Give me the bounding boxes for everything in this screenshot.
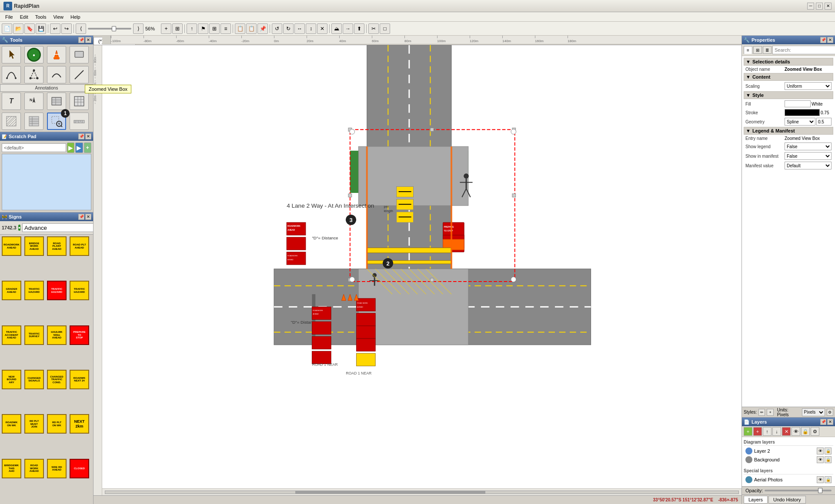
- layer2-lock-btn[interactable]: 🔒: [825, 448, 832, 454]
- aerial-eye-btn[interactable]: 👁: [817, 476, 824, 483]
- legend-manifest-header[interactable]: ▼ Legend & Manifest: [744, 127, 833, 135]
- styles-edit-btn[interactable]: ✏: [758, 409, 765, 416]
- line2-tool-btn[interactable]: [70, 66, 89, 83]
- layer-add-btn[interactable]: +: [744, 427, 752, 436]
- select-tool-btn[interactable]: [2, 46, 21, 63]
- tb-list[interactable]: ≡: [220, 23, 231, 34]
- sign-item-13[interactable]: CHANGEDSIGNALS: [24, 370, 44, 389]
- props-tab-1[interactable]: ≡: [744, 46, 752, 54]
- layer-settings-btn[interactable]: ⚙: [811, 427, 819, 436]
- legend-tool-btn[interactable]: [47, 93, 66, 110]
- zoom-thumb[interactable]: [112, 26, 116, 31]
- tb-redo[interactable]: ↪: [61, 23, 72, 34]
- sign-tool-btn[interactable]: [70, 46, 89, 63]
- props-tab-2[interactable]: ⊞: [753, 46, 762, 54]
- tb-open[interactable]: 📂: [13, 23, 23, 34]
- aerial-lock-btn[interactable]: 🔒: [825, 476, 832, 483]
- tb-arrow-up[interactable]: ↑: [187, 23, 197, 34]
- tb-undo[interactable]: ↩: [50, 23, 60, 34]
- zoom-view-box-btn[interactable]: 1: [47, 113, 66, 130]
- menu-help[interactable]: Help: [67, 13, 84, 20]
- layer-up-btn[interactable]: ↑: [763, 427, 772, 436]
- tb-delete[interactable]: ✕: [317, 23, 327, 34]
- signs-close-btn[interactable]: ✕: [85, 214, 91, 220]
- sign-item-16[interactable]: ROADWKON WK: [2, 414, 21, 434]
- stroke-swatch[interactable]: [785, 109, 820, 116]
- fill-swatch[interactable]: [785, 100, 811, 107]
- sign-item-18[interactable]: RD PLTON WK: [47, 414, 67, 434]
- props-close-btn[interactable]: ✕: [827, 37, 833, 43]
- menu-file[interactable]: File: [2, 13, 17, 20]
- canvas-content[interactable]: 4 Lane 2 Way - At An Intersection: [102, 45, 741, 488]
- text-tool-btn[interactable]: T: [2, 93, 21, 110]
- props-search-input[interactable]: [772, 46, 835, 54]
- sign-item-5[interactable]: TRAFFICHAZARD: [24, 281, 44, 300]
- tb-paste[interactable]: 📌: [257, 23, 268, 34]
- scratch-pin-btn[interactable]: 📌: [78, 133, 84, 139]
- tb-bookmark[interactable]: 🔖: [24, 23, 35, 34]
- background-eye-btn[interactable]: 👁: [817, 456, 824, 463]
- sign-item-6[interactable]: TRAFFICHAZARD: [47, 281, 67, 300]
- layer2-eye-btn[interactable]: 👁: [817, 448, 824, 454]
- opacity-slider[interactable]: [765, 490, 832, 491]
- measure-tool-btn[interactable]: [70, 113, 89, 130]
- props-tab-3[interactable]: ≣: [763, 46, 772, 54]
- tb-zoom-nav2[interactable]: ⟩: [133, 23, 144, 34]
- styles-add-btn[interactable]: +: [767, 409, 773, 416]
- opacity-thumb[interactable]: [818, 488, 822, 493]
- signs-category-input[interactable]: [22, 223, 93, 232]
- scratch-add-new[interactable]: +: [84, 143, 91, 153]
- tb-copy[interactable]: 📋: [235, 23, 245, 34]
- tb-grid[interactable]: ⊞: [209, 23, 220, 34]
- tb-square[interactable]: □: [380, 23, 390, 34]
- sign-item-15[interactable]: ROADWKNEXT 24: [70, 370, 89, 389]
- tb-export[interactable]: ⬆: [354, 23, 364, 34]
- polygon-tool-btn[interactable]: [24, 66, 43, 83]
- manifest-value-select[interactable]: Default: [785, 162, 832, 169]
- sign-item-11[interactable]: PREPARETOSTOP: [70, 325, 89, 345]
- bottom-tab-undo[interactable]: Undo History: [768, 496, 806, 504]
- layer-eye-btn[interactable]: 👁: [792, 427, 800, 436]
- tb-mountain[interactable]: ⛰: [331, 23, 342, 34]
- tb-save[interactable]: 💾: [36, 23, 46, 34]
- menu-tools[interactable]: Tools: [32, 13, 50, 20]
- tb-new[interactable]: 📄: [2, 23, 12, 34]
- layer-add2-btn[interactable]: +: [753, 427, 762, 436]
- show-legend-select[interactable]: False True: [785, 143, 832, 150]
- scratch-add-blue[interactable]: ▶: [75, 143, 83, 153]
- curve-tool-btn[interactable]: [2, 66, 21, 83]
- tb-flip-v[interactable]: ↕: [306, 23, 316, 34]
- scaling-select[interactable]: Uniform: [785, 82, 832, 90]
- layers-pin-btn[interactable]: 📌: [820, 419, 826, 425]
- sign-item-23[interactable]: CLOSED: [70, 459, 89, 478]
- menu-edit[interactable]: Edit: [17, 13, 32, 20]
- props-pin-btn[interactable]: 📌: [820, 37, 826, 43]
- layer-item-background[interactable]: Background 👁 🔒: [744, 455, 833, 464]
- zoom-slider[interactable]: [88, 28, 131, 30]
- window-controls[interactable]: ─ □ ✕: [807, 3, 832, 10]
- tb-arrow-right[interactable]: →: [343, 23, 353, 34]
- sign-item-10[interactable]: HAULWK500mAHEAD: [47, 325, 67, 345]
- scratch-input-field[interactable]: [2, 143, 66, 152]
- hatch-tool-btn[interactable]: [2, 113, 21, 130]
- layer-lock-btn[interactable]: 🔒: [801, 427, 810, 436]
- minimize-btn[interactable]: ─: [807, 3, 814, 10]
- layer-delete-btn[interactable]: ✕: [782, 427, 791, 436]
- background-lock-btn[interactable]: 🔒: [825, 456, 832, 463]
- units-select[interactable]: Pixels Metres: [802, 408, 825, 416]
- scroll-thumb-h[interactable]: [295, 491, 485, 494]
- tools-close-btn[interactable]: ✕: [85, 37, 91, 43]
- tools-pin-btn[interactable]: 📌: [78, 37, 84, 43]
- menu-view[interactable]: View: [50, 13, 67, 20]
- canvas-scrollbar-h[interactable]: [102, 488, 741, 495]
- show-manifest-select[interactable]: False True: [785, 152, 832, 160]
- content-header[interactable]: ▼ Content: [744, 73, 833, 81]
- layers-close-btn[interactable]: ✕: [827, 419, 833, 425]
- sign-item-3[interactable]: ROAD PLTAHEAD: [70, 236, 89, 256]
- table-tool-btn[interactable]: [70, 93, 89, 110]
- geometry-type-select[interactable]: Spline: [785, 118, 815, 126]
- sign-item-21[interactable]: ROADWORKAHEAD: [24, 459, 44, 478]
- scroll-track-h[interactable]: [105, 491, 739, 494]
- tb-rotate-left[interactable]: ↺: [272, 23, 282, 34]
- list-tool-btn[interactable]: [24, 113, 43, 130]
